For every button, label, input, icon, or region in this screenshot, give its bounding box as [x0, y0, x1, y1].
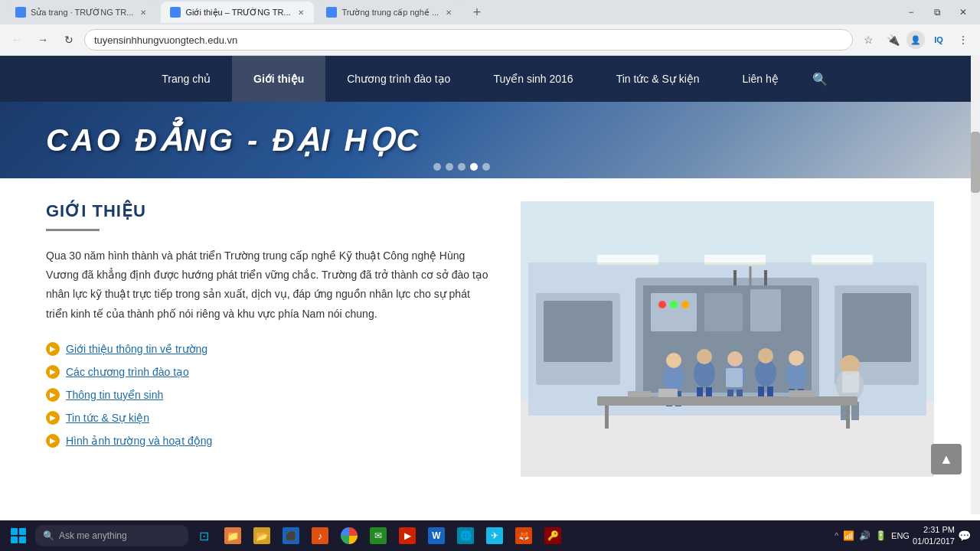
battery-icon[interactable]: 🔋 — [875, 530, 887, 541]
tab-3-close[interactable]: ✕ — [443, 7, 454, 18]
svg-point-31 — [758, 348, 773, 364]
browser-tab-2[interactable]: Giới thiệu – TRƯỜNG TR... ✕ — [161, 2, 314, 23]
section-title: GIỚI THIỆU — [46, 201, 490, 221]
dot-2[interactable] — [446, 163, 453, 171]
scrollbar[interactable] — [971, 55, 980, 514]
link-gioi-thieu[interactable]: Giới thiệu thông tin về trường — [66, 343, 207, 355]
link-tuyen-sinh[interactable]: Thông tin tuyển sinh — [66, 389, 163, 401]
browser-tab-3[interactable]: Trường trung cấp nghề ... ✕ — [317, 2, 463, 23]
tab-1-close[interactable]: ✕ — [138, 7, 149, 18]
list-item: ▶ Các chương trình đào tạo — [46, 365, 490, 379]
svg-rect-53 — [597, 262, 658, 265]
firefox-icon[interactable]: 🦊 — [510, 522, 537, 549]
title-bar: Sửa trang · TRƯỜNG TR... ✕ Giới thiệu – … — [0, 0, 980, 24]
back-button[interactable]: ← — [6, 29, 28, 51]
right-content — [521, 201, 934, 477]
iq-icon[interactable]: IQ — [928, 29, 949, 51]
school-image — [521, 201, 934, 477]
folder-icon[interactable]: 📂 — [248, 522, 276, 549]
svg-point-23 — [697, 349, 712, 364]
nav-tin-tuc[interactable]: Tin tức & Sự kiện — [595, 56, 721, 102]
notification-icon[interactable]: 💬 — [958, 530, 971, 542]
taskbar: 🔍 Ask me anything ⊡ 📁 📂 ⬛ ♪ ✉ ▶ W — [0, 520, 980, 551]
url-display: tuyensinhhungvuongtech.edu.vn — [94, 34, 237, 46]
school-image-svg — [521, 201, 934, 477]
security-icon[interactable]: 🔑 — [539, 522, 567, 549]
app7-icon[interactable]: ✉ — [364, 522, 392, 549]
close-button[interactable]: ✕ — [952, 5, 974, 20]
svg-rect-55 — [812, 262, 873, 265]
browser-tab-1[interactable]: Sửa trang · TRƯỜNG TR... ✕ — [6, 2, 158, 23]
network-icon[interactable]: 📶 — [843, 530, 854, 541]
link-tin-tuc[interactable]: Tin tức & Sự kiện — [66, 412, 149, 424]
address-bar[interactable]: tuyensinhhungvuongtech.edu.vn — [84, 29, 853, 51]
maximize-button[interactable]: ⧉ — [926, 5, 948, 20]
list-item: ▶ Tin tức & Sự kiện — [46, 411, 490, 425]
link-list: ▶ Giới thiệu thông tin về trường ▶ Các c… — [46, 342, 490, 448]
svg-rect-7 — [750, 289, 781, 331]
taskbar-apps: ⊡ 📁 📂 ⬛ ♪ ✉ ▶ W 🌐 ✈ — [190, 522, 567, 549]
taskview-icon[interactable]: ⊡ — [190, 522, 217, 549]
tab-2-close[interactable]: ✕ — [296, 7, 306, 18]
show-hidden-icon[interactable]: ^ — [835, 531, 838, 540]
store-icon[interactable]: ⬛ — [277, 522, 305, 549]
system-tray: ^ 📶 🔊 🔋 ENG — [835, 530, 910, 541]
music-icon[interactable]: ♪ — [306, 522, 334, 549]
website: Trang chủ Giới thiệu Chương trình đào tạ… — [0, 56, 980, 500]
link-bullet-1: ▶ — [46, 342, 60, 356]
tab-3-label: Trường trung cấp nghề ... — [341, 8, 439, 18]
nav-trang-chu[interactable]: Trang chủ — [140, 56, 232, 102]
svg-rect-50 — [597, 255, 658, 262]
scrollbar-thumb[interactable] — [971, 132, 980, 193]
time-display: 2:31 PM — [913, 524, 955, 536]
svg-rect-54 — [704, 262, 766, 265]
media-icon[interactable]: ▶ — [394, 522, 421, 549]
tab-3-favicon — [326, 7, 337, 18]
nav-search-icon[interactable]: 🔍 — [800, 56, 840, 102]
dot-4[interactable] — [470, 163, 478, 171]
bookmark-icon[interactable]: ☆ — [858, 29, 879, 51]
reload-button[interactable]: ↻ — [58, 29, 80, 51]
search-placeholder: Ask me anything — [59, 530, 127, 541]
link-hinh-anh[interactable]: Hình ảnh trường và hoạt động — [66, 435, 212, 447]
start-button[interactable] — [3, 520, 34, 551]
scroll-top-button[interactable]: ▲ — [931, 444, 962, 474]
nav-lien-he[interactable]: Liên hệ — [721, 56, 800, 102]
more-icon[interactable]: ⋮ — [952, 29, 974, 51]
vpn-icon[interactable]: ✈ — [481, 522, 508, 549]
search-icon: 🔍 — [43, 530, 54, 541]
dot-1[interactable] — [433, 163, 441, 171]
svg-rect-45 — [628, 391, 651, 397]
word-icon[interactable]: W — [423, 522, 450, 549]
new-tab-button[interactable]: + — [466, 2, 488, 23]
address-bar-row: ← → ↻ tuyensinhhungvuongtech.edu.vn ☆ 🔌 … — [0, 24, 980, 55]
browser-chrome: Sửa trang · TRƯỜNG TR... ✕ Giới thiệu – … — [0, 0, 980, 56]
link-bullet-5: ▶ — [46, 434, 60, 448]
tab-1-favicon — [15, 7, 26, 18]
nav-chuong-trinh[interactable]: Chương trình đào tạo — [325, 56, 472, 102]
clock-display[interactable]: 2:31 PM 01/01/2017 — [913, 524, 955, 548]
profile-icon[interactable]: 👤 — [906, 31, 925, 49]
svg-rect-47 — [789, 390, 815, 397]
taskbar-search[interactable]: 🔍 Ask me anything — [35, 525, 188, 546]
dot-5[interactable] — [482, 163, 490, 171]
dot-3[interactable] — [458, 163, 466, 171]
browser2-icon[interactable]: 🌐 — [452, 522, 479, 549]
link-chuong-trinh[interactable]: Các chương trình đào tạo — [66, 366, 189, 378]
language-display[interactable]: ENG — [891, 531, 910, 540]
volume-icon[interactable]: 🔊 — [859, 530, 871, 541]
tab-2-label: Giới thiệu – TRƯỜNG TR... — [185, 8, 290, 18]
taskbar-right: ^ 📶 🔊 🔋 ENG 2:31 PM 01/01/2017 💬 — [835, 524, 977, 548]
extensions-icon[interactable]: 🔌 — [882, 29, 903, 51]
chrome-icon[interactable] — [335, 522, 363, 549]
minimize-button[interactable]: − — [900, 5, 922, 20]
svg-rect-12 — [544, 301, 612, 362]
link-bullet-2: ▶ — [46, 365, 60, 379]
browser-icons: ☆ 🔌 👤 IQ ⋮ — [858, 29, 974, 51]
explorer-icon[interactable]: 📁 — [219, 522, 247, 549]
forward-button[interactable]: → — [32, 29, 54, 51]
nav-tuyen-sinh[interactable]: Tuyển sinh 2016 — [472, 56, 594, 102]
hero-text: CAO ĐẲNG - ĐẠI HỌC — [46, 122, 421, 158]
nav-gioi-thieu[interactable]: Giới thiệu — [232, 56, 325, 102]
svg-point-19 — [666, 353, 681, 368]
